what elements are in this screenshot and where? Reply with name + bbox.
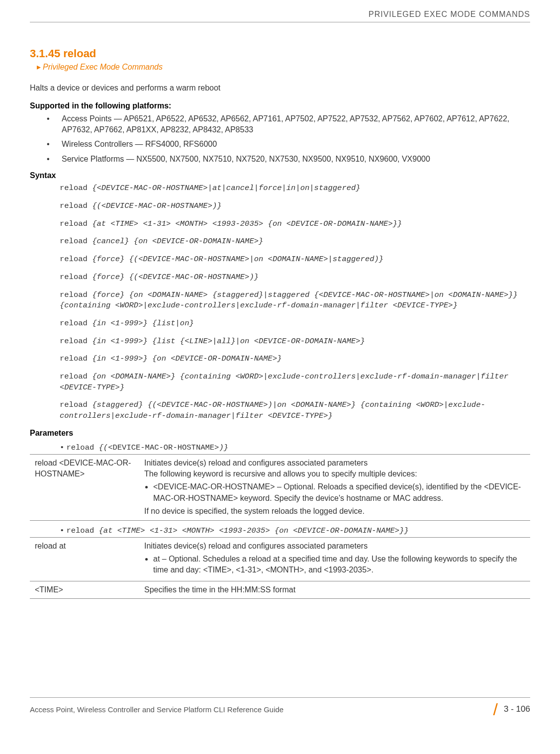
syntax-heading: Syntax (30, 171, 530, 180)
param-desc-bullet: at – Optional. Schedules a reload at a s… (153, 554, 525, 576)
table-row: reload <DEVICE-MAC-OR-HOSTNAME> Initiate… (30, 454, 530, 520)
syntax-line-11: reload {on <DOMAIN-NAME>} {containing <W… (60, 372, 530, 393)
page-footer: Access Point, Wireless Controller and Se… (30, 697, 530, 716)
breadcrumb-text: Privileged Exec Mode Commands (43, 63, 163, 71)
param-desc-line: Initiates device(s) reload and configure… (144, 458, 525, 469)
syntax-line-6: reload {force} {(<DEVICE-MAC-OR-HOSTNAME… (60, 272, 530, 283)
param-intro-1: •reload {(<DEVICE-MAC-OR-HOSTNAME>)} (61, 443, 530, 452)
param-desc: Initiates device(s) reload and configure… (139, 537, 530, 581)
syntax-line-3: reload {at <TIME> <1-31> <MONTH> <1993-2… (60, 219, 530, 230)
syntax-line-8: reload {in <1-999>} {list|on} (60, 318, 530, 329)
supported-heading: Supported in the following platforms: (30, 101, 530, 110)
param-desc: Specifies the time in the HH:MM:SS forma… (139, 581, 530, 598)
intro-text: Halts a device or devices and performs a… (30, 84, 530, 93)
table-row: <TIME> Specifies the time in the HH:MM:S… (30, 581, 530, 598)
page-header: PRIVILEGED EXEC MODE COMMANDS (30, 10, 530, 22)
platform-access-points: Access Points — AP6521, AP6522, AP6532, … (47, 113, 530, 135)
syntax-line-2: reload {(<DEVICE-MAC-OR-HOSTNAME>)} (60, 201, 530, 212)
param-table-1: reload <DEVICE-MAC-OR-HOSTNAME> Initiate… (30, 454, 530, 521)
param-desc-line: The following keyword is recursive and a… (144, 469, 525, 479)
syntax-line-1: reload {<DEVICE-MAC-OR-HOSTNAME>|at|canc… (60, 183, 530, 194)
syntax-line-10: reload {in <1-999>} {on <DEVICE-OR-DOMAI… (60, 354, 530, 365)
syntax-line-4: reload {cancel} {on <DEVICE-OR-DOMAIN-NA… (60, 236, 530, 247)
param-intro-2: •reload {at <TIME> <1-31> <MONTH> <1993-… (61, 526, 530, 535)
param-desc-bullet: <DEVICE-MAC-OR-HOSTNAME> – Optional. Rel… (153, 481, 525, 504)
parameters-heading: Parameters (30, 429, 530, 438)
param-desc-line: If no device is specified, the system re… (144, 506, 525, 517)
param-key: <TIME> (30, 581, 139, 598)
syntax-line-7: reload {force} {on <DOMAIN-NAME> {stagge… (60, 290, 530, 311)
breadcrumb: ▸Privileged Exec Mode Commands (37, 62, 530, 72)
platform-service-platforms: Service Platforms — NX5500, NX7500, NX75… (47, 154, 530, 165)
platform-wireless-controllers: Wireless Controllers — RFS4000, RFS6000 (47, 139, 530, 150)
footer-left-text: Access Point, Wireless Controller and Se… (30, 705, 283, 714)
page-number: 3 - 106 (504, 704, 530, 714)
table-row: reload at Initiates device(s) reload and… (30, 537, 530, 581)
breadcrumb-marker-icon: ▸ (37, 63, 41, 71)
platforms-list: Access Points — AP6521, AP6522, AP6532, … (47, 113, 530, 164)
syntax-line-9: reload {in <1-999>} {list {<LINE>|all}|o… (60, 336, 530, 347)
param-key: reload <DEVICE-MAC-OR-HOSTNAME> (30, 454, 139, 520)
param-table-2: reload at Initiates device(s) reload and… (30, 537, 530, 599)
param-key: reload at (30, 537, 139, 581)
param-desc-line: Initiates device(s) reload and configure… (144, 541, 525, 552)
syntax-line-12: reload {staggered} {(<DEVICE-MAC-OR-HOST… (60, 400, 530, 421)
syntax-line-5: reload {force} {(<DEVICE-MAC-OR-HOSTNAME… (60, 254, 530, 265)
param-desc: Initiates device(s) reload and configure… (139, 454, 530, 520)
section-title: 3.1.45 reload (30, 47, 530, 60)
footer-slash-icon: / (493, 703, 498, 716)
